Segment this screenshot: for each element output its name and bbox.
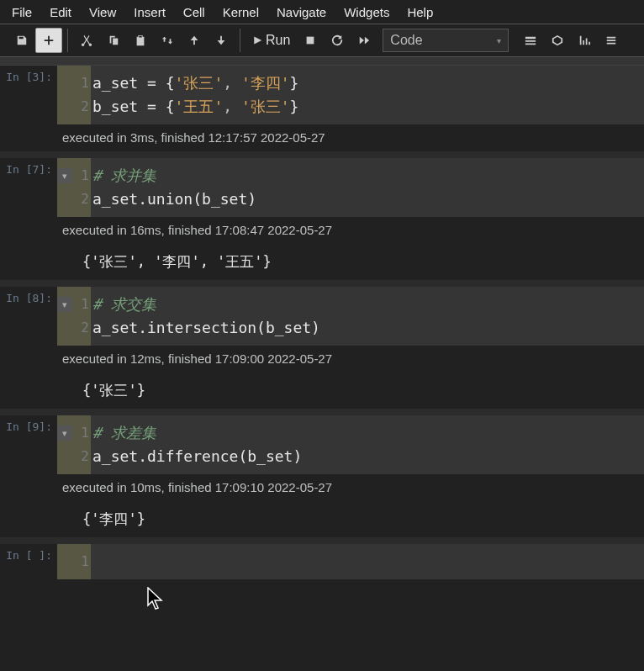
menu-edit[interactable]: Edit	[50, 2, 89, 23]
code-editor[interactable]	[91, 544, 644, 579]
cell-prompt: In [3]:	[0, 66, 57, 124]
cell-output: {'李四'}	[0, 501, 644, 537]
menu-kernel[interactable]: Kernel	[223, 2, 277, 23]
cell-gutter: ▾	[57, 415, 72, 474]
cell-gutter	[57, 66, 72, 124]
exec-meta: executed in 10ms, finished 17:09:10 2022…	[0, 474, 644, 501]
cell-output: {'张三'}	[0, 372, 644, 409]
save-icon[interactable]	[8, 28, 35, 53]
menu-cell[interactable]: Cell	[183, 2, 223, 23]
restart-icon[interactable]	[324, 28, 351, 53]
chevron-down-icon: ▾	[497, 36, 501, 45]
cell-prompt: In [8]:	[0, 287, 57, 346]
exec-meta: executed in 3ms, finished 12:17:57 2022-…	[0, 124, 644, 151]
cell-output: {'张三', '李四', '王五'}	[0, 244, 644, 280]
code-cell[interactable]: In [9]: ▾ 12 # 求差集 a_set.difference(b_se…	[0, 415, 644, 474]
code-editor[interactable]: a_set = {'张三', '李四'} b_set = {'王五', '张三'…	[91, 66, 644, 124]
menu-help[interactable]: Help	[407, 2, 451, 23]
notebook-area: In [3]: 12 a_set = {'张三', '李四'} b_set = …	[0, 66, 644, 579]
exec-meta: executed in 12ms, finished 17:09:00 2022…	[0, 346, 644, 372]
menu-bar: File Edit View Insert Cell Kernel Naviga…	[0, 0, 644, 24]
fold-toggle-icon[interactable]: ▾	[57, 297, 72, 312]
fold-toggle-icon[interactable]: ▾	[57, 425, 72, 441]
chart-icon[interactable]	[571, 28, 598, 53]
menu-navigate[interactable]: Navigate	[277, 2, 344, 23]
cell-gutter: ▾	[57, 158, 72, 217]
menu-view[interactable]: View	[89, 2, 134, 23]
line-numbers: 12	[72, 287, 91, 346]
cell-type-value: Code	[390, 33, 422, 48]
code-cell[interactable]: In [7]: ▾ 12 # 求并集 a_set.union(b_set)	[0, 158, 644, 217]
cell-prompt: In [ ]:	[0, 544, 57, 579]
swap-icon[interactable]	[154, 28, 181, 53]
cell-type-select[interactable]: Code ▾	[383, 29, 509, 52]
cell-gutter	[57, 544, 72, 579]
exec-meta: executed in 16ms, finished 17:08:47 2022…	[0, 217, 644, 244]
move-up-icon[interactable]	[181, 28, 208, 53]
cursor-icon	[147, 587, 166, 610]
menu-file[interactable]: File	[12, 2, 50, 23]
code-cell[interactable]: In [ ]: 1	[0, 544, 644, 579]
cell-prompt: In [9]:	[0, 415, 57, 474]
fast-forward-icon[interactable]	[351, 28, 377, 53]
fold-toggle-icon[interactable]: ▾	[57, 168, 72, 183]
variables-icon[interactable]	[544, 28, 571, 53]
menu-insert[interactable]: Insert	[134, 2, 183, 23]
move-down-icon[interactable]	[208, 28, 235, 53]
list-icon[interactable]	[598, 28, 625, 53]
add-cell-icon[interactable]	[35, 28, 62, 53]
copy-icon[interactable]	[100, 28, 127, 53]
header-band	[0, 57, 644, 66]
run-button[interactable]: Run	[245, 28, 297, 53]
menu-widgets[interactable]: Widgets	[344, 2, 407, 23]
code-cell[interactable]: In [8]: ▾ 12 # 求交集 a_set.intersection(b_…	[0, 287, 644, 346]
code-editor[interactable]: # 求交集 a_set.intersection(b_set)	[91, 287, 644, 346]
toolbar: Run Code ▾	[0, 24, 644, 57]
line-numbers: 1	[72, 544, 91, 579]
line-numbers: 12	[72, 415, 91, 474]
code-editor[interactable]: # 求并集 a_set.union(b_set)	[91, 158, 644, 217]
paste-icon[interactable]	[127, 28, 154, 53]
cell-gutter: ▾	[57, 287, 72, 346]
code-cell[interactable]: In [3]: 12 a_set = {'张三', '李四'} b_set = …	[0, 66, 644, 124]
line-numbers: 12	[72, 66, 91, 124]
cell-prompt: In [7]:	[0, 158, 57, 217]
code-editor[interactable]: # 求差集 a_set.difference(b_set)	[91, 415, 644, 474]
stop-icon[interactable]	[297, 28, 324, 53]
cut-icon[interactable]	[73, 28, 100, 53]
line-numbers: 12	[72, 158, 91, 217]
command-palette-icon[interactable]	[517, 28, 544, 53]
run-label: Run	[266, 33, 290, 48]
